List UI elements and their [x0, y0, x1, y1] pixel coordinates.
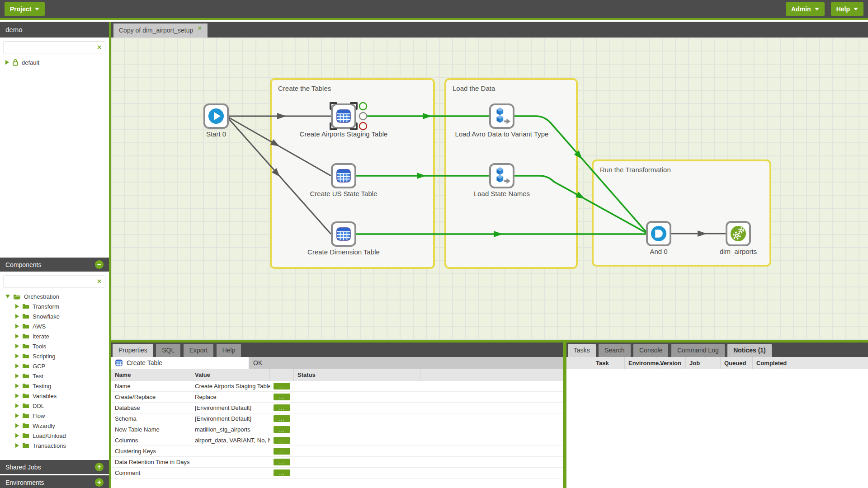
property-row[interactable]: Comment ... — [111, 468, 563, 479]
caret-right-icon[interactable] — [15, 433, 19, 438]
shared-jobs-panel-header[interactable]: Shared Jobs + — [0, 460, 109, 474]
tab-sql[interactable]: SQL — [156, 344, 180, 357]
components-tree-item-tools[interactable]: Tools — [0, 341, 109, 351]
tab-help[interactable]: Help — [217, 344, 241, 357]
caret-right-icon[interactable] — [5, 60, 9, 65]
components-tree-item-transform[interactable]: Transform — [0, 301, 109, 311]
help-menu-button[interactable]: Help — [831, 2, 863, 16]
caret-right-icon[interactable] — [15, 364, 19, 368]
node-load-state-names[interactable] — [489, 163, 514, 188]
property-row[interactable]: Database [Environment Default] ... — [111, 403, 563, 413]
node-load-avro-data-to-variant-type[interactable] — [489, 103, 514, 129]
components-tree-item-transactions[interactable]: Transactions — [0, 441, 109, 450]
property-row[interactable]: New Table Name matillion_stg_airports ..… — [111, 424, 563, 435]
caret-right-icon[interactable] — [15, 324, 19, 328]
edit-property-button[interactable]: ... — [274, 394, 290, 400]
tree-item-default[interactable]: default — [0, 57, 109, 67]
caret-right-icon[interactable] — [15, 354, 19, 358]
caret-right-icon[interactable] — [15, 404, 19, 408]
caret-right-icon[interactable] — [15, 344, 19, 348]
success-port-icon[interactable] — [359, 103, 367, 110]
column-header-queued: Queued — [721, 357, 753, 369]
caret-right-icon[interactable] — [15, 304, 19, 309]
caret-right-icon[interactable] — [15, 394, 19, 398]
components-tree-item-flow[interactable]: Flow — [0, 411, 109, 421]
project-menu-button[interactable]: Project — [5, 2, 45, 16]
lock-icon — [12, 59, 19, 66]
tab-tasks[interactable]: Tasks — [568, 344, 596, 357]
expand-icon[interactable]: + — [95, 463, 104, 471]
property-row[interactable]: Create/Replace Replace ... — [111, 392, 563, 403]
property-row[interactable]: Clustering Keys ... — [111, 446, 563, 457]
components-tree-item-snowflake[interactable]: Snowflake — [0, 311, 109, 321]
components-tree-item-load-unload[interactable]: Load/Unload — [0, 431, 109, 441]
job-tab[interactable]: Copy of dim_airport_setup ✕ — [113, 23, 208, 38]
tab-notices[interactable]: Notices (1) — [727, 344, 772, 357]
unconditional-port-icon[interactable] — [359, 113, 367, 120]
tree-item-label: Scripting — [33, 353, 56, 360]
components-tree-item-orchestration[interactable]: Orchestration — [0, 291, 109, 301]
component-search-input[interactable] — [4, 276, 105, 287]
node-dim-airports[interactable] — [726, 221, 751, 246]
tab-console[interactable]: Console — [633, 344, 668, 357]
panel-divider[interactable] — [563, 343, 566, 488]
clear-search-icon[interactable]: ✕ — [96, 43, 102, 52]
property-row[interactable]: Schema [Environment Default] ... — [111, 413, 563, 424]
caret-right-icon[interactable] — [15, 384, 19, 388]
components-panel-header[interactable]: Components − — [0, 258, 109, 272]
components-tree-item-iterate[interactable]: Iterate — [0, 331, 109, 341]
property-row[interactable]: Columns airport_data, VARIANT, No, No, N… — [111, 435, 563, 446]
job-search-input[interactable] — [4, 42, 105, 53]
admin-menu-button[interactable]: Admin — [786, 2, 825, 16]
node-create-us-state-table[interactable] — [331, 163, 356, 188]
components-tree-item-aws[interactable]: AWS — [0, 321, 109, 331]
column-header-task: Task — [592, 357, 625, 369]
components-tree-item-scripting[interactable]: Scripting — [0, 351, 109, 361]
edit-property-button[interactable]: ... — [274, 383, 290, 389]
components-tree-item-variables[interactable]: Variables — [0, 391, 109, 401]
caret-right-icon[interactable] — [15, 413, 19, 418]
failure-port-icon[interactable] — [359, 122, 367, 130]
edit-property-button[interactable]: ... — [274, 459, 290, 465]
components-tree-item-testing[interactable]: Testing — [0, 381, 109, 391]
property-row[interactable]: Name Create Airports Staging Table ... — [111, 381, 563, 392]
edit-property-button[interactable]: ... — [274, 426, 290, 433]
environments-panel-header[interactable]: Environments + — [0, 475, 109, 488]
edit-property-button[interactable]: ... — [274, 448, 290, 455]
components-tree-item-test[interactable]: Test — [0, 371, 109, 381]
tab-properties[interactable]: Properties — [113, 344, 153, 357]
caret-right-icon[interactable] — [15, 374, 19, 378]
connector-lines — [111, 38, 868, 340]
folder-icon — [22, 373, 29, 379]
edit-property-button[interactable]: ... — [274, 415, 290, 422]
tab-export[interactable]: Export — [184, 344, 213, 357]
tree-item-label: Orchestration — [24, 293, 59, 300]
node-create-airports-staging-table[interactable] — [331, 103, 356, 129]
folder-icon — [22, 304, 29, 309]
node-create-dimension-table[interactable] — [331, 221, 356, 247]
caret-down-icon[interactable] — [5, 295, 10, 298]
tree-item-label: Iterate — [33, 333, 49, 340]
edit-property-button[interactable]: ... — [274, 404, 290, 411]
edit-property-button[interactable]: ... — [274, 469, 290, 476]
caret-right-icon[interactable] — [15, 334, 19, 338]
caret-right-icon[interactable] — [15, 423, 19, 428]
collapse-icon[interactable]: − — [95, 260, 104, 269]
clear-search-icon[interactable]: ✕ — [96, 277, 102, 286]
edit-property-button[interactable]: ... — [274, 437, 290, 444]
components-tree-item-ddl[interactable]: DDL — [0, 401, 109, 411]
tasks-grid-header: Task Environme... Version Job Queued Com… — [566, 357, 868, 369]
close-icon[interactable]: ✕ — [197, 25, 202, 32]
components-tree-item-wizardly[interactable]: Wizardly — [0, 421, 109, 431]
job-canvas[interactable]: Create the Tables Load the Data Run the … — [111, 38, 868, 340]
expand-icon[interactable]: + — [95, 478, 104, 487]
tasks-list-body — [566, 369, 868, 488]
node-and-0[interactable] — [646, 221, 671, 246]
node-start-0[interactable] — [203, 103, 229, 129]
property-row[interactable]: Data Retention Time in Days ... — [111, 457, 563, 468]
caret-right-icon[interactable] — [15, 443, 19, 448]
caret-right-icon[interactable] — [15, 314, 19, 319]
components-tree-item-gcp[interactable]: GCP — [0, 361, 109, 371]
tab-search[interactable]: Search — [599, 344, 630, 357]
tab-command-log[interactable]: Command Log — [671, 344, 725, 357]
